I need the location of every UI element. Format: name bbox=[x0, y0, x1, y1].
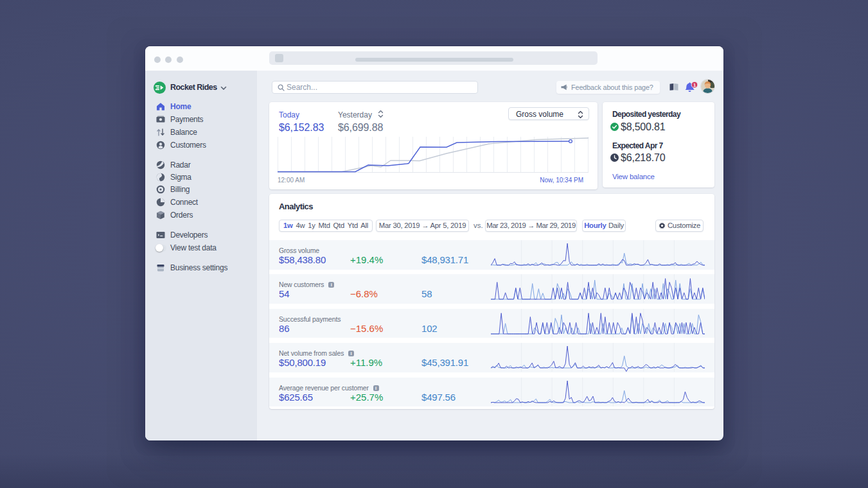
svg-text:1: 1 bbox=[693, 82, 696, 88]
